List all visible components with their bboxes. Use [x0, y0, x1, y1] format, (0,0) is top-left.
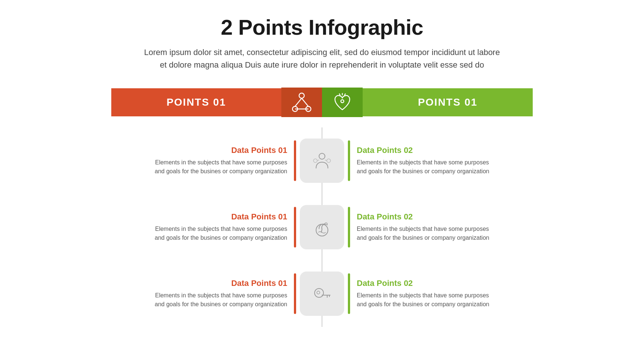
center-icon-1 — [300, 139, 344, 183]
right-text-block-2: Data Points 02 Elements in the subjects … — [350, 212, 489, 242]
left-text-block-3: Data Points 01 Elements in the subjects … — [155, 279, 294, 309]
subtitle-line1: Lorem ipsum dolor sit amet, consectetur … — [144, 48, 500, 57]
right-desc-2: Elements in the subjects that have some … — [357, 225, 489, 242]
svg-point-17 — [317, 291, 320, 294]
left-title-3: Data Points 01 — [155, 279, 287, 288]
left-title-2: Data Points 01 — [155, 212, 287, 222]
right-data-row-2: Data Points 02 Elements in the subjects … — [348, 194, 614, 260]
right-text-block-1: Data Points 02 Elements in the subjects … — [350, 146, 489, 176]
svg-point-13 — [315, 288, 323, 297]
svg-point-8 — [313, 159, 317, 163]
center-icon-3 — [300, 272, 344, 316]
svg-line-4 — [302, 98, 308, 106]
right-text-block-3: Data Points 02 Elements in the subjects … — [350, 279, 489, 309]
center-icon-2 — [300, 205, 344, 249]
left-desc-3: Elements in the subjects that have some … — [155, 291, 287, 309]
left-data-row-2: Data Points 01 Elements in the subjects … — [30, 194, 296, 260]
left-column: Data Points 01 Elements in the subjects … — [30, 127, 296, 327]
subtitle-line2: et dolore magna aliqua Duis aute irure d… — [160, 60, 484, 69]
svg-point-6 — [341, 100, 344, 103]
left-data-row-3: Data Points 01 Elements in the subjects … — [30, 260, 296, 327]
page-title: 2 Points Infographic — [221, 15, 423, 40]
subtitle: Lorem ipsum dolor sit amet, consectetur … — [144, 46, 500, 71]
svg-line-3 — [295, 98, 302, 106]
header-right-box: POINTS 01 — [363, 88, 533, 116]
header-left-box: POINTS 01 — [111, 88, 281, 116]
infographic-container: POINTS 01 POINTS 01 — [30, 88, 614, 327]
right-desc-3: Elements in the subjects that have some … — [357, 291, 489, 309]
svg-point-9 — [327, 159, 331, 163]
header-icon-left — [281, 88, 322, 117]
right-title-2: Data Points 02 — [357, 212, 489, 222]
right-data-row-3: Data Points 02 Elements in the subjects … — [348, 260, 614, 327]
header-row: POINTS 01 POINTS 01 — [30, 88, 614, 117]
svg-line-11 — [325, 160, 327, 161]
left-desc-1: Elements in the subjects that have some … — [155, 158, 287, 176]
left-title-1: Data Points 01 — [155, 146, 287, 155]
header-icon-right — [322, 88, 363, 117]
center-column — [296, 127, 348, 327]
left-text-block-2: Data Points 01 Elements in the subjects … — [155, 212, 294, 242]
content-area: Data Points 01 Elements in the subjects … — [30, 127, 614, 327]
right-desc-1: Elements in the subjects that have some … — [357, 158, 489, 176]
left-desc-2: Elements in the subjects that have some … — [155, 225, 287, 242]
svg-point-0 — [299, 93, 304, 98]
right-title-1: Data Points 02 — [357, 146, 489, 155]
right-data-row-1: Data Points 02 Elements in the subjects … — [348, 127, 614, 194]
left-text-block-1: Data Points 01 Elements in the subjects … — [155, 146, 294, 176]
right-column: Data Points 02 Elements in the subjects … — [348, 127, 614, 327]
svg-point-7 — [319, 153, 325, 159]
svg-line-10 — [317, 160, 319, 161]
left-data-row-1: Data Points 01 Elements in the subjects … — [30, 127, 296, 194]
right-title-3: Data Points 02 — [357, 279, 489, 288]
